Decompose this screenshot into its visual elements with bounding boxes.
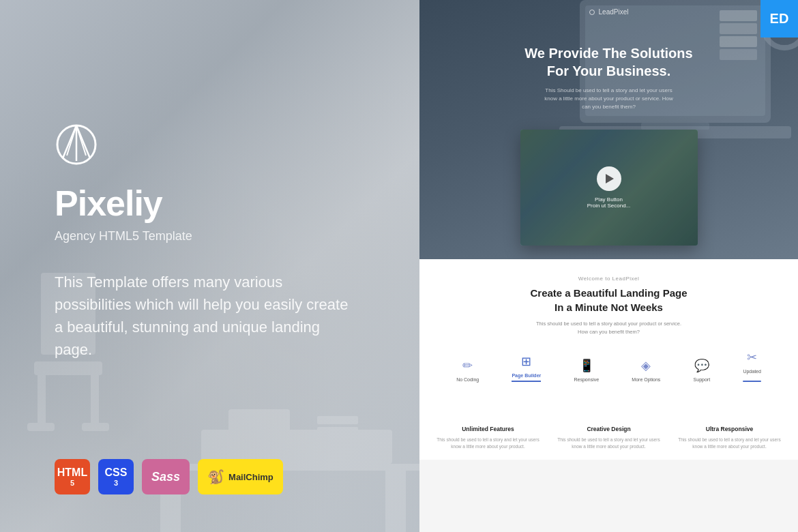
preview-columns: Unlimited Features This should be used t… [419,416,798,460]
feature-support[interactable]: 💬 Support [694,358,711,382]
svg-rect-5 [317,416,358,424]
col2-text: This should be used to tell a story and … [554,437,664,450]
feature-more-options[interactable]: ◈ More Options [632,358,660,382]
css3-badge: CSS 3 [98,459,134,494]
sass-badge: Sass [142,459,190,494]
column-responsive: Ultra Responsive This should be used to … [675,426,784,450]
svg-rect-4 [228,409,290,450]
svg-rect-2 [385,471,406,532]
feature-page-builder[interactable]: ⊞ Page Builder [512,354,541,382]
updated-icon: ✂ [747,350,757,365]
right-panel: LeadPixel We Provide The SolutionsFor Yo… [419,0,798,532]
brand-subtitle: Agency HTML5 Template [55,229,355,243]
play-button[interactable] [597,166,621,191]
html5-badge: HTML 5 [55,459,90,494]
video-overlay: Play Button Proin ut Second... [520,130,698,246]
description-text: This Template offers many various possib… [55,271,355,361]
svg-rect-13 [82,423,109,431]
col1-title: Unlimited Features [433,426,543,432]
page-builder-label: Page Builder [512,373,541,378]
no-coding-label: No Coding [456,377,479,382]
hero-title: We Provide The SolutionsFor Your Busines… [419,44,798,80]
col2-title: Creative Design [554,426,664,432]
col3-text: This should be used to tell a story and … [675,437,784,450]
responsive-label: Responsive [574,377,600,382]
brand-name: Pixeliy [55,183,355,224]
svg-rect-10 [38,375,46,430]
svg-rect-11 [91,375,99,430]
hero-text: We Provide The SolutionsFor Your Busines… [419,44,798,111]
feature-no-coding[interactable]: ✏ No Coding [456,358,479,382]
feature-updated[interactable]: ✂ Updated [743,350,760,382]
svg-rect-23 [641,123,709,130]
svg-line-19 [76,125,86,156]
more-options-label: More Options [632,377,660,382]
svg-rect-7 [317,438,358,446]
nav-brand: LeadPixel [599,8,629,16]
support-label: Support [694,377,711,382]
preview-hero: LeadPixel We Provide The SolutionsFor Yo… [419,0,798,259]
support-icon: 💬 [694,358,709,373]
more-options-icon: ◈ [641,358,651,373]
column-creative: Creative Design This should be used to t… [554,426,664,450]
feature-responsive[interactable]: 📱 Responsive [574,358,600,382]
ed-badge[interactable]: ED [760,0,798,38]
main-subtitle: This should be used to tell a story abou… [440,320,778,336]
left-content: Pixeliy Agency HTML5 Template This Templ… [55,123,355,361]
tech-badges: HTML 5 CSS 3 Sass 🐒 MailChimp [55,459,283,494]
page-builder-icon: ⊞ [521,354,531,369]
updated-label: Updated [743,369,760,374]
nav-logo-circle [589,10,595,15]
left-panel: Pixeliy Agency HTML5 Template This Templ… [0,0,419,532]
column-unlimited: Unlimited Features This should be used t… [433,426,543,450]
main-title: Create a Beautiful Landing Page In a Min… [440,286,778,314]
preview-white-section: Welcome to LeadPixel Create a Beautiful … [419,259,798,416]
no-coding-icon: ✏ [462,358,473,373]
col1-text: This should be used to tell a story and … [433,437,543,450]
preview-navbar: LeadPixel [419,8,798,16]
svg-rect-6 [317,427,358,435]
features-row: ✏ No Coding ⊞ Page Builder 📱 Responsive … [440,350,778,389]
preview-video-thumbnail[interactable]: Play Button Proin ut Second... [520,130,698,246]
hero-subtitle: This Should be used to tell a story and … [541,87,677,111]
svg-rect-9 [34,361,102,375]
svg-line-18 [67,125,76,156]
welcome-text: Welcome to LeadPixel [440,276,778,282]
svg-rect-12 [27,423,55,431]
col3-title: Ultra Responsive [675,426,784,432]
responsive-icon: 📱 [579,358,594,373]
video-caption: Play Button Proin ut Second... [587,196,631,209]
mailchimp-badge: 🐒 MailChimp [198,459,283,494]
pixeliy-logo [55,123,98,166]
